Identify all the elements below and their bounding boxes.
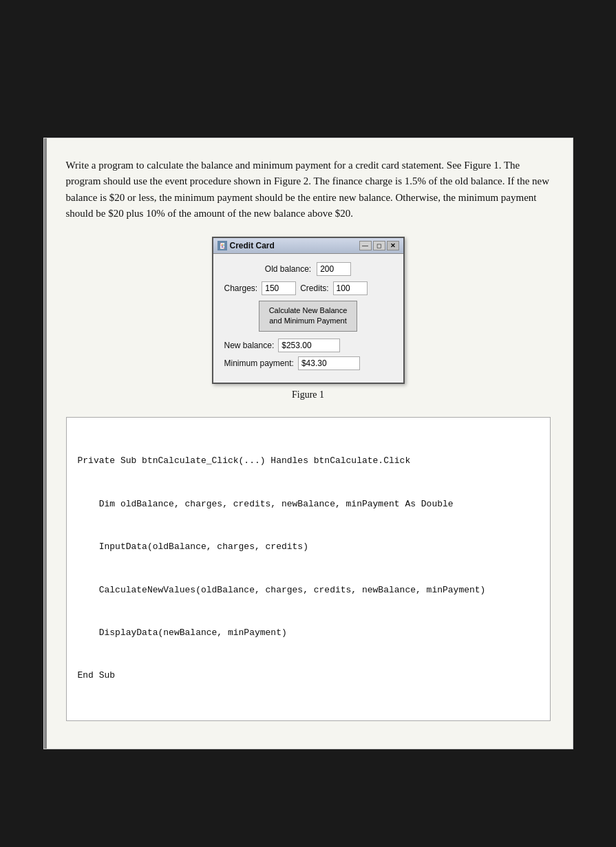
charges-credits-row: Charges: Credits: xyxy=(224,281,392,295)
min-payment-label: Minimum payment: xyxy=(224,358,294,368)
page-container: Write a program to calculate the balance… xyxy=(43,138,573,749)
calculate-btn-line2: and Minimum Payment xyxy=(269,317,347,325)
new-balance-label: New balance: xyxy=(224,341,275,350)
figure-container: 🃏 Credit Card — ◻ ✕ Old balance: xyxy=(66,237,551,411)
minimize-button[interactable]: — xyxy=(359,241,372,250)
charges-input[interactable] xyxy=(262,281,296,295)
maximize-button[interactable]: ◻ xyxy=(373,241,385,250)
code-line-5: DisplayData(newBalance, minPayment) xyxy=(78,626,539,641)
code-line-4: CalculateNewValues(oldBalance, charges, … xyxy=(78,583,539,598)
window-controls: — ◻ ✕ xyxy=(359,241,399,250)
credits-input[interactable] xyxy=(333,281,368,295)
code-line-3: InputData(oldBalance, charges, credits) xyxy=(78,540,539,555)
window-title-left: 🃏 Credit Card xyxy=(217,241,275,250)
window-body: Old balance: Charges: Credits: Calculate… xyxy=(213,254,403,383)
charges-label: Charges: xyxy=(224,283,258,293)
min-payment-row: Minimum payment: xyxy=(224,356,392,370)
code-line-2: Dim oldBalance, charges, credits, newBal… xyxy=(78,497,539,512)
description-paragraph: Write a program to calculate the balance… xyxy=(66,158,551,222)
new-balance-row: New balance: xyxy=(224,339,392,352)
credits-label: Credits: xyxy=(300,283,328,293)
calculate-button[interactable]: Calculate New Balance and Minimum Paymen… xyxy=(259,301,358,332)
credit-card-window: 🃏 Credit Card — ◻ ✕ Old balance: xyxy=(212,237,405,384)
old-balance-row: Old balance: xyxy=(224,262,392,276)
new-balance-output[interactable] xyxy=(278,339,340,352)
old-balance-label: Old balance: xyxy=(265,264,311,274)
close-button[interactable]: ✕ xyxy=(387,241,399,250)
old-balance-input[interactable] xyxy=(317,262,351,276)
figure-caption: Figure 1 xyxy=(292,389,324,400)
window-title: Credit Card xyxy=(230,241,275,250)
code-line-1: Private Sub btnCalculate_Click(...) Hand… xyxy=(78,454,539,469)
app-icon: 🃏 xyxy=(217,241,227,250)
code-line-6: End Sub xyxy=(78,669,539,683)
calculate-btn-line1: Calculate New Balance xyxy=(269,306,348,314)
min-payment-output[interactable] xyxy=(298,356,360,370)
window-titlebar: 🃏 Credit Card — ◻ ✕ xyxy=(213,238,403,254)
code-block: Private Sub btnCalculate_Click(...) Hand… xyxy=(66,417,551,721)
